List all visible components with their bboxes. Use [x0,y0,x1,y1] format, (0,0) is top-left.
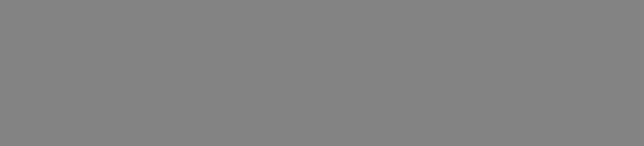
scada-mill-overview [0,0,644,146]
